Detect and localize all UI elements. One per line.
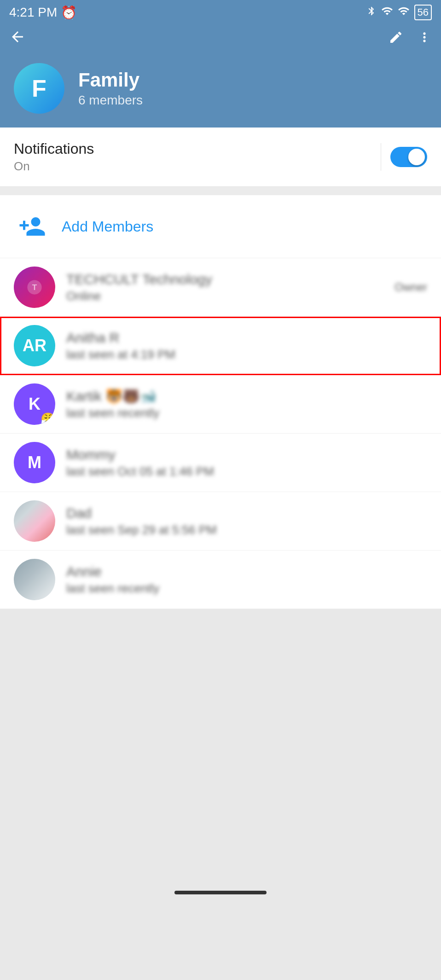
signal-icon <box>381 5 393 20</box>
member-avatar-dad <box>14 500 55 542</box>
battery-indicator: 56 <box>414 5 432 20</box>
group-header: F Family 6 members <box>0 58 441 128</box>
notifications-info: Notifications On <box>14 140 94 174</box>
member-row-mommy[interactable]: M Mommy last seen Oct 05 at 1:46 PM <box>0 434 441 492</box>
member-name-kartik: Kartik 🐯🐻🐋 <box>66 388 427 404</box>
members-section: Add Members T TECHCULT Technology Online… <box>0 195 441 609</box>
member-status-mommy: last seen Oct 05 at 1:46 PM <box>66 464 427 479</box>
more-button[interactable] <box>417 30 432 48</box>
add-members-row[interactable]: Add Members <box>0 195 441 258</box>
toggle-knob <box>408 149 425 165</box>
member-row-dad[interactable]: Dad last seen Sep 29 at 5:56 PM <box>0 492 441 551</box>
member-name-techcult: TECHCULT Technology <box>66 272 383 287</box>
member-status-techcult: Online <box>66 289 383 303</box>
member-status-dad: last seen Sep 29 at 5:56 PM <box>66 523 427 537</box>
alarm-icon: ⏰ <box>61 5 77 20</box>
svg-text:T: T <box>32 283 37 292</box>
group-name: Family <box>78 69 143 91</box>
member-info-kartik: Kartik 🐯🐻🐋 last seen recently <box>66 388 427 420</box>
nav-actions <box>389 30 432 48</box>
member-name-mommy: Mommy <box>66 447 427 463</box>
member-row-annie[interactable]: Annie last seen recently <box>0 551 441 609</box>
home-indicator <box>174 891 267 894</box>
member-avatar-techcult: T <box>14 267 55 308</box>
member-avatar-anitha: AR <box>14 325 55 366</box>
member-info-anitha: Anitha R last seen at 4:19 PM <box>66 330 427 362</box>
member-avatar-mommy: M <box>14 442 55 483</box>
add-members-label: Add Members <box>62 218 153 235</box>
time-display: 4:21 PM <box>9 5 57 20</box>
member-name-anitha: Anitha R <box>66 330 427 346</box>
member-name-dad: Dad <box>66 505 427 521</box>
member-count: 6 members <box>78 93 143 108</box>
status-icons: 56 <box>366 5 432 20</box>
member-row-techcult[interactable]: T TECHCULT Technology Online Owner <box>0 258 441 317</box>
member-row-anitha[interactable]: AR Anitha R last seen at 4:19 PM <box>0 317 441 375</box>
member-row-kartik[interactable]: K 😤 Kartik 🐯🐻🐋 last seen recently <box>0 375 441 434</box>
member-status-anitha: last seen at 4:19 PM <box>66 348 427 362</box>
notifications-right <box>371 143 427 171</box>
member-name-annie: Annie <box>66 564 427 580</box>
status-bar: 4:21 PM ⏰ 56 <box>0 0 441 24</box>
battery-level: 56 <box>418 6 429 18</box>
status-time: 4:21 PM ⏰ <box>9 5 77 20</box>
notifications-section: Notifications On <box>0 128 441 187</box>
member-info-mommy: Mommy last seen Oct 05 at 1:46 PM <box>66 447 427 479</box>
member-info-annie: Annie last seen recently <box>66 564 427 596</box>
notifications-title: Notifications <box>14 140 94 157</box>
member-info-techcult: TECHCULT Technology Online <box>66 272 383 303</box>
member-avatar-annie <box>14 559 55 600</box>
vertical-divider <box>381 143 381 171</box>
nav-bar <box>0 24 441 58</box>
wifi-icon <box>398 5 410 20</box>
edit-button[interactable] <box>389 30 403 48</box>
bluetooth-icon <box>366 5 377 20</box>
avatar-letter: F <box>32 75 46 102</box>
section-separator <box>0 187 441 195</box>
notifications-toggle[interactable] <box>390 147 427 167</box>
group-info: Family 6 members <box>78 69 143 108</box>
back-button[interactable] <box>9 29 26 49</box>
member-info-dad: Dad last seen Sep 29 at 5:56 PM <box>66 505 427 537</box>
member-status-annie: last seen recently <box>66 581 427 596</box>
member-status-kartik: last seen recently <box>66 406 427 420</box>
add-members-icon <box>14 208 51 245</box>
group-avatar: F <box>14 63 64 114</box>
kartik-emoji: 😤 <box>41 413 55 425</box>
bottom-area <box>0 609 441 908</box>
member-avatar-kartik: K 😤 <box>14 383 55 425</box>
member-badge-techcult: Owner <box>395 281 427 294</box>
notifications-status: On <box>14 159 94 174</box>
